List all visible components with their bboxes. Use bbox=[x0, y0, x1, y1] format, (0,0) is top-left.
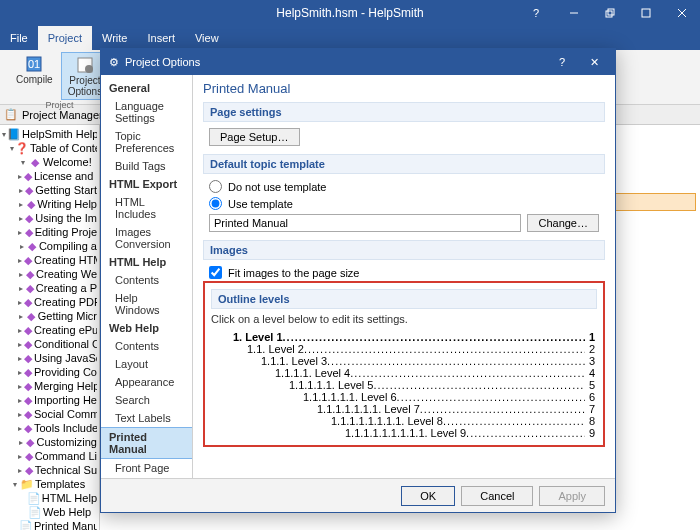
expand-icon[interactable]: ▸ bbox=[18, 396, 22, 405]
radio-no-template[interactable] bbox=[209, 180, 222, 193]
checkbox-fit-images[interactable] bbox=[209, 266, 222, 279]
expand-icon[interactable]: ▸ bbox=[18, 312, 25, 321]
restore-button[interactable] bbox=[592, 0, 628, 26]
expand-icon[interactable]: ▸ bbox=[18, 410, 22, 419]
expand-icon[interactable]: ▸ bbox=[18, 354, 22, 363]
tree-item[interactable]: ▸◆Creating ePu bbox=[2, 323, 97, 337]
sidebar-item[interactable]: Search bbox=[101, 391, 192, 409]
expand-icon[interactable]: ▾ bbox=[18, 158, 27, 167]
cancel-button[interactable]: Cancel bbox=[461, 486, 533, 506]
tree-item[interactable]: ▸◆Conditional C bbox=[2, 337, 97, 351]
expand-icon[interactable]: ▸ bbox=[18, 242, 25, 251]
tree-item[interactable]: ▸◆Compiling a bbox=[2, 239, 97, 253]
tree-item[interactable]: ▸◆Command Li bbox=[2, 449, 97, 463]
dialog-close-button[interactable]: ✕ bbox=[581, 49, 607, 75]
sidebar-category[interactable]: HTML Help bbox=[101, 253, 192, 271]
change-template-button[interactable]: Change… bbox=[527, 214, 599, 232]
menu-write[interactable]: Write bbox=[92, 26, 137, 50]
ok-button[interactable]: OK bbox=[401, 486, 455, 506]
sidebar-item[interactable]: Help Windows bbox=[101, 289, 192, 319]
tree-item[interactable]: ▾❓Table of Content bbox=[2, 141, 97, 155]
tree-item[interactable]: ▸◆Writing Help bbox=[2, 197, 97, 211]
expand-icon[interactable]: ▸ bbox=[18, 228, 23, 237]
tree-item[interactable]: ▸◆Using JavaSc bbox=[2, 351, 97, 365]
radio-use-template[interactable] bbox=[209, 197, 222, 210]
expand-icon[interactable] bbox=[18, 494, 26, 503]
expand-icon[interactable]: ▾ bbox=[10, 144, 14, 153]
tree-item[interactable]: ▸◆Creating HTM bbox=[2, 253, 97, 267]
expand-icon[interactable]: ▸ bbox=[18, 340, 22, 349]
outline-level-row[interactable]: 1.1.1.1.1.1. Level 6....................… bbox=[213, 391, 595, 403]
close-button[interactable] bbox=[664, 0, 700, 26]
expand-icon[interactable]: ▸ bbox=[18, 172, 22, 181]
outline-level-row[interactable]: 1.1.1.1.1.1.1.1.1. Level 9..............… bbox=[213, 427, 595, 439]
tree-item[interactable]: ▸◆Editing Proje bbox=[2, 225, 97, 239]
expand-icon[interactable]: ▾ bbox=[10, 480, 19, 489]
tree-item[interactable]: ▸◆Social Comm bbox=[2, 407, 97, 421]
tree-item[interactable]: ▾📁Templates bbox=[2, 477, 97, 491]
expand-icon[interactable]: ▸ bbox=[18, 186, 23, 195]
expand-icon[interactable]: ▸ bbox=[18, 284, 24, 293]
tree-item[interactable]: ▸◆Providing Co bbox=[2, 365, 97, 379]
apply-button[interactable]: Apply bbox=[539, 486, 605, 506]
expand-icon[interactable]: ▸ bbox=[18, 382, 22, 391]
tree-item[interactable]: 📄Printed Manu bbox=[2, 519, 97, 530]
maximize-button[interactable] bbox=[628, 0, 664, 26]
expand-icon[interactable]: ▸ bbox=[18, 466, 23, 475]
expand-icon[interactable]: ▸ bbox=[18, 298, 22, 307]
sidebar-item[interactable]: Images Conversion bbox=[101, 223, 192, 253]
menu-project[interactable]: Project bbox=[38, 26, 92, 50]
sidebar-item[interactable]: Appearance bbox=[101, 373, 192, 391]
sidebar-category[interactable]: Printed Manual bbox=[101, 427, 192, 459]
expand-icon[interactable]: ▸ bbox=[18, 256, 22, 265]
expand-icon[interactable]: ▸ bbox=[18, 200, 25, 209]
expand-icon[interactable]: ▸ bbox=[18, 452, 23, 461]
tree-item[interactable]: ▸◆Importing He bbox=[2, 393, 97, 407]
tree-item[interactable]: ▸◆Creating a P bbox=[2, 281, 97, 295]
outline-level-row[interactable]: 1.1.1.1.1.1.1. Level 7..................… bbox=[213, 403, 595, 415]
expand-icon[interactable]: ▸ bbox=[18, 424, 22, 433]
sidebar-item[interactable]: Language Settings bbox=[101, 97, 192, 127]
sidebar-item[interactable]: HTML Includes bbox=[101, 193, 192, 223]
expand-icon[interactable]: ▸ bbox=[18, 368, 22, 377]
sidebar-item[interactable]: Front Page bbox=[101, 459, 192, 477]
menu-insert[interactable]: Insert bbox=[137, 26, 185, 50]
sidebar-category[interactable]: HTML Export bbox=[101, 175, 192, 193]
expand-icon[interactable]: ▸ bbox=[18, 214, 23, 223]
expand-icon[interactable] bbox=[18, 508, 27, 517]
outline-level-row[interactable]: 1.1.1. Level 3..........................… bbox=[213, 355, 595, 367]
help-icon[interactable]: ? bbox=[522, 0, 550, 26]
tree-item[interactable]: ▸◆Creating PDF bbox=[2, 295, 97, 309]
menu-file[interactable]: File bbox=[0, 26, 38, 50]
sidebar-item[interactable]: Contents bbox=[101, 337, 192, 355]
template-field[interactable] bbox=[209, 214, 521, 232]
menu-view[interactable]: View bbox=[185, 26, 229, 50]
expand-icon[interactable]: ▸ bbox=[18, 326, 22, 335]
tree-item[interactable]: 📄Web Help bbox=[2, 505, 97, 519]
tree-item[interactable]: ▾📘HelpSmith Help bbox=[2, 127, 97, 141]
tree-item[interactable]: ▸◆Creating We bbox=[2, 267, 97, 281]
outline-level-row[interactable]: 1.1.1.1. Level 4........................… bbox=[213, 367, 595, 379]
page-setup-button[interactable]: Page Setup… bbox=[209, 128, 300, 146]
tree-item[interactable]: ▸◆License and C bbox=[2, 169, 97, 183]
tree-item[interactable]: ▸◆Tools Include bbox=[2, 421, 97, 435]
sidebar-category[interactable]: General bbox=[101, 79, 192, 97]
tree-item[interactable]: ▸◆Technical Su bbox=[2, 463, 97, 477]
outline-level-row[interactable]: 1. Level 1..............................… bbox=[213, 331, 595, 343]
tree-item[interactable]: 📄HTML Help bbox=[2, 491, 97, 505]
tree-item[interactable]: ▸◆Customizing bbox=[2, 435, 97, 449]
tree-item[interactable]: ▸◆Merging Help bbox=[2, 379, 97, 393]
tree-item[interactable]: ▸◆Getting Micr bbox=[2, 309, 97, 323]
minimize-button[interactable] bbox=[556, 0, 592, 26]
expand-icon[interactable]: ▾ bbox=[2, 130, 6, 139]
sidebar-item[interactable]: Contents bbox=[101, 271, 192, 289]
expand-icon[interactable]: ▸ bbox=[18, 270, 24, 279]
outline-level-row[interactable]: 1.1.1.1.1.1.1.1. Level 8................… bbox=[213, 415, 595, 427]
tree-item[interactable]: ▸◆Using the Im bbox=[2, 211, 97, 225]
tree-item[interactable]: ▾◆Welcome! bbox=[2, 155, 97, 169]
expand-icon[interactable]: ▸ bbox=[18, 438, 24, 447]
sidebar-item[interactable]: Layout bbox=[101, 355, 192, 373]
sidebar-item[interactable]: Text Labels bbox=[101, 409, 192, 427]
sidebar-item[interactable]: Topic Preferences bbox=[101, 127, 192, 157]
sidebar-category[interactable]: Web Help bbox=[101, 319, 192, 337]
